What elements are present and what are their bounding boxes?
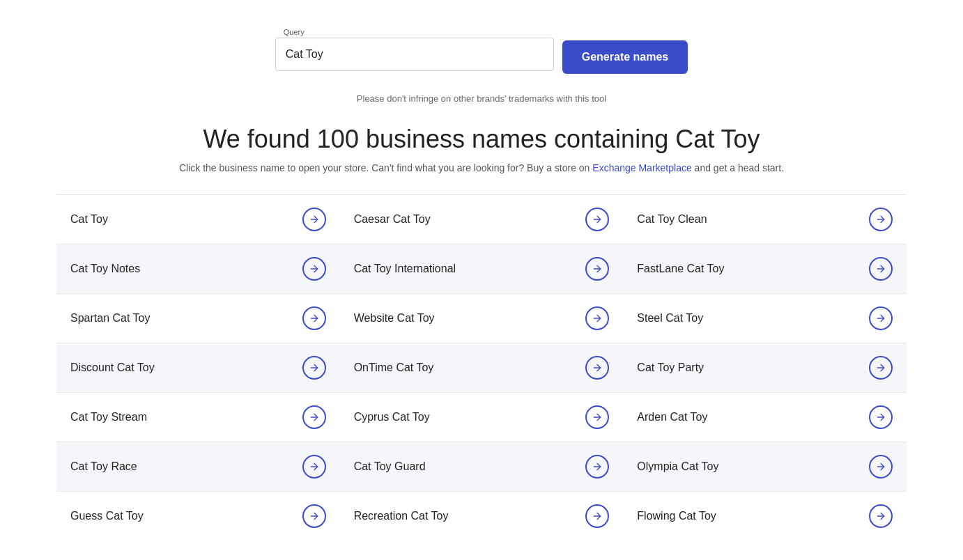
item-name: Cat Toy Stream: [70, 411, 147, 423]
exchange-marketplace-link[interactable]: Exchange Marketplace: [592, 162, 691, 173]
item-name: Website Cat Toy: [354, 312, 435, 325]
item-name: Cat Toy International: [354, 263, 456, 275]
list-item[interactable]: Spartan Cat Toy: [56, 293, 340, 343]
list-item[interactable]: Cat Toy Notes: [56, 244, 340, 293]
item-name: Olympia Cat Toy: [637, 460, 718, 473]
arrow-icon[interactable]: [302, 455, 326, 479]
arrow-icon[interactable]: [869, 504, 893, 528]
item-name: Cat Toy Notes: [70, 263, 140, 275]
item-name: Flowing Cat Toy: [637, 510, 716, 522]
arrow-icon[interactable]: [869, 257, 893, 281]
arrow-icon[interactable]: [869, 306, 893, 330]
list-item[interactable]: Discount Cat Toy: [56, 343, 340, 392]
item-name: Caesar Cat Toy: [354, 213, 431, 226]
list-item[interactable]: Steel Cat Toy: [623, 293, 907, 343]
arrow-icon[interactable]: [585, 208, 609, 231]
item-name: Cat Toy Race: [70, 460, 137, 473]
arrow-icon[interactable]: [869, 405, 893, 429]
item-name: Guess Cat Toy: [70, 510, 144, 522]
item-name: Recreation Cat Toy: [354, 510, 449, 522]
list-item[interactable]: Olympia Cat Toy: [623, 442, 907, 491]
item-name: Discount Cat Toy: [70, 361, 155, 374]
list-item[interactable]: Cat Toy Stream: [56, 392, 340, 442]
list-item[interactable]: Cat Toy Party: [623, 343, 907, 392]
generate-button[interactable]: Generate names: [562, 40, 688, 74]
arrow-icon[interactable]: [869, 356, 893, 380]
arrow-icon[interactable]: [302, 257, 326, 281]
item-name: FastLane Cat Toy: [637, 263, 724, 275]
arrow-icon[interactable]: [869, 208, 893, 231]
list-item[interactable]: FastLane Cat Toy: [623, 244, 907, 293]
arrow-icon[interactable]: [585, 504, 609, 528]
query-input[interactable]: [275, 38, 554, 71]
item-name: Arden Cat Toy: [637, 411, 707, 423]
arrow-icon[interactable]: [585, 405, 609, 429]
item-name: Cat Toy Guard: [354, 460, 426, 473]
list-item[interactable]: Website Cat Toy: [340, 293, 624, 343]
disclaimer: Please don't infringe on other brands' t…: [0, 93, 963, 104]
list-item[interactable]: Caesar Cat Toy: [340, 194, 624, 244]
list-item[interactable]: Cat Toy: [56, 194, 340, 244]
item-name: Cyprus Cat Toy: [354, 411, 430, 423]
query-input-wrapper: Query: [275, 28, 554, 71]
list-item[interactable]: Arden Cat Toy: [623, 392, 907, 442]
list-item[interactable]: Cat Toy Race: [56, 442, 340, 491]
item-name: Cat Toy Clean: [637, 213, 707, 226]
arrow-icon[interactable]: [302, 306, 326, 330]
arrow-icon[interactable]: [869, 455, 893, 479]
item-name: Steel Cat Toy: [637, 312, 703, 325]
list-item[interactable]: Recreation Cat Toy: [340, 491, 624, 540]
arrow-icon[interactable]: [585, 455, 609, 479]
results-grid: Cat Toy Caesar Cat Toy Cat Toy Clean Cat…: [29, 194, 934, 540]
results-heading: We found 100 business names containing C…: [14, 125, 949, 154]
item-name: OnTime Cat Toy: [354, 361, 434, 374]
arrow-icon[interactable]: [302, 405, 326, 429]
arrow-icon[interactable]: [302, 208, 326, 231]
list-item[interactable]: OnTime Cat Toy: [340, 343, 624, 392]
arrow-icon[interactable]: [302, 504, 326, 528]
arrow-icon[interactable]: [585, 356, 609, 380]
item-name: Spartan Cat Toy: [70, 312, 150, 325]
top-bar: Query Generate names: [0, 0, 963, 88]
list-item[interactable]: Cyprus Cat Toy: [340, 392, 624, 442]
arrow-icon[interactable]: [302, 356, 326, 380]
list-item[interactable]: Flowing Cat Toy: [623, 491, 907, 540]
item-name: Cat Toy: [70, 213, 108, 226]
query-label: Query: [275, 28, 554, 36]
list-item[interactable]: Cat Toy International: [340, 244, 624, 293]
arrow-icon[interactable]: [585, 257, 609, 281]
arrow-icon[interactable]: [585, 306, 609, 330]
list-item[interactable]: Cat Toy Clean: [623, 194, 907, 244]
list-item[interactable]: Cat Toy Guard: [340, 442, 624, 491]
list-item[interactable]: Guess Cat Toy: [56, 491, 340, 540]
results-subtext: Click the business name to open your sto…: [0, 162, 963, 173]
item-name: Cat Toy Party: [637, 361, 704, 374]
